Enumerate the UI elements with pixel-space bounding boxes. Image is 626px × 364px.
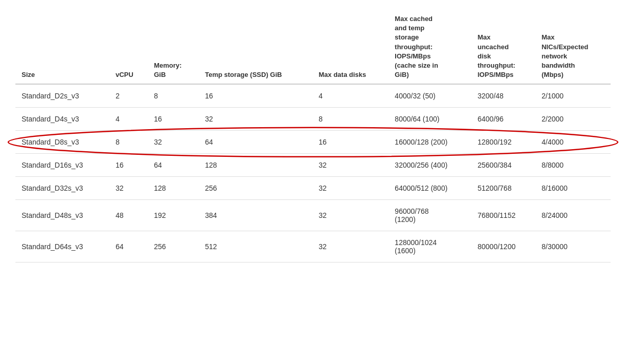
cell-max_cached: 32000/256 (400) [388, 154, 471, 177]
cell-max_data_disks: 4 [312, 84, 388, 108]
cell-max_cached: 96000/768(1200) [388, 200, 471, 231]
cell-memory: 32 [148, 131, 199, 154]
table-row: Standard_D16s_v316641283232000/256 (400)… [15, 154, 611, 177]
cell-temp_storage: 128 [199, 154, 312, 177]
cell-max_cached: 128000/1024(1600) [388, 231, 471, 262]
cell-max_uncached: 80000/1200 [472, 231, 536, 262]
col-header-memory: Memory:GiB [148, 10, 199, 84]
table-row: Standard_D4s_v34163288000/64 (100)6400/9… [15, 108, 611, 131]
table-row: Standard_D8s_v3832641616000/128 (200)128… [15, 131, 611, 154]
cell-size: Standard_D4s_v3 [15, 108, 109, 131]
cell-max_data_disks: 32 [312, 200, 388, 231]
cell-max_data_disks: 32 [312, 177, 388, 200]
table-row: Standard_D32s_v3321282563264000/512 (800… [15, 177, 611, 200]
cell-vcpu: 4 [109, 108, 148, 131]
cell-size: Standard_D16s_v3 [15, 154, 109, 177]
col-header-size: Size [15, 10, 109, 84]
cell-max_uncached: 51200/768 [472, 177, 536, 200]
cell-max_uncached: 3200/48 [472, 84, 536, 108]
cell-max_nics: 8/8000 [535, 154, 611, 177]
cell-max_nics: 2/2000 [535, 108, 611, 131]
cell-memory: 192 [148, 200, 199, 231]
cell-max_cached: 8000/64 (100) [388, 108, 471, 131]
cell-vcpu: 64 [109, 231, 148, 262]
cell-max_data_disks: 8 [312, 108, 388, 131]
table-row: Standard_D2s_v3281644000/32 (50)3200/482… [15, 84, 611, 108]
cell-temp_storage: 512 [199, 231, 312, 262]
cell-max_nics: 8/30000 [535, 231, 611, 262]
table-row: Standard_D64s_v36425651232128000/1024(16… [15, 231, 611, 262]
cell-size: Standard_D2s_v3 [15, 84, 109, 108]
cell-max_cached: 64000/512 (800) [388, 177, 471, 200]
cell-vcpu: 2 [109, 84, 148, 108]
col-header-max-data-disks: Max data disks [312, 10, 388, 84]
vm-sizes-table: Size vCPU Memory:GiB Temp storage (SSD) … [15, 10, 611, 262]
cell-size: Standard_D8s_v3 [15, 131, 109, 154]
col-header-max-cached: Max cachedand tempstoragethroughput:IOPS… [388, 10, 471, 84]
cell-max_data_disks: 32 [312, 231, 388, 262]
table-row: Standard_D48s_v3481923843296000/768(1200… [15, 200, 611, 231]
cell-max_cached: 4000/32 (50) [388, 84, 471, 108]
cell-size: Standard_D32s_v3 [15, 177, 109, 200]
col-header-vcpu: vCPU [109, 10, 148, 84]
cell-vcpu: 8 [109, 131, 148, 154]
cell-temp_storage: 16 [199, 84, 312, 108]
cell-temp_storage: 32 [199, 108, 312, 131]
cell-vcpu: 16 [109, 154, 148, 177]
cell-max_uncached: 6400/96 [472, 108, 536, 131]
cell-size: Standard_D64s_v3 [15, 231, 109, 262]
cell-temp_storage: 384 [199, 200, 312, 231]
col-header-max-nics: MaxNICs/Expectednetworkbandwidth(Mbps) [535, 10, 611, 84]
cell-memory: 128 [148, 177, 199, 200]
cell-max_uncached: 12800/192 [472, 131, 536, 154]
cell-max_uncached: 76800/1152 [472, 200, 536, 231]
cell-max_data_disks: 16 [312, 131, 388, 154]
col-header-max-uncached: Maxuncacheddiskthroughput:IOPS/MBps [472, 10, 536, 84]
col-header-temp-storage: Temp storage (SSD) GiB [199, 10, 312, 84]
cell-memory: 16 [148, 108, 199, 131]
cell-max_data_disks: 32 [312, 154, 388, 177]
cell-max_nics: 2/1000 [535, 84, 611, 108]
cell-vcpu: 32 [109, 177, 148, 200]
cell-vcpu: 48 [109, 200, 148, 231]
cell-temp_storage: 256 [199, 177, 312, 200]
cell-max_nics: 8/16000 [535, 177, 611, 200]
cell-max_nics: 4/4000 [535, 131, 611, 154]
cell-temp_storage: 64 [199, 131, 312, 154]
cell-max_nics: 8/24000 [535, 200, 611, 231]
cell-memory: 256 [148, 231, 199, 262]
cell-size: Standard_D48s_v3 [15, 200, 109, 231]
cell-memory: 64 [148, 154, 199, 177]
cell-max_uncached: 25600/384 [472, 154, 536, 177]
cell-memory: 8 [148, 84, 199, 108]
cell-max_cached: 16000/128 (200) [388, 131, 471, 154]
